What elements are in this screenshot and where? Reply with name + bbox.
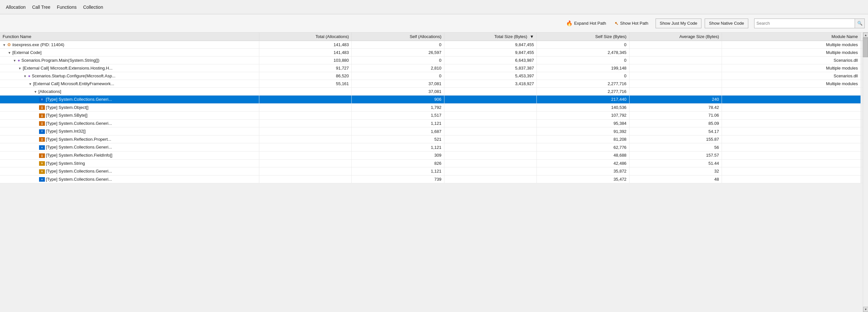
cell-total-size: 6,643,987 — [444, 57, 536, 64]
cell-self-alloc: 1,121 — [352, 167, 444, 175]
cell-function-name: ≡[Type] System.Collections.Generi... — [0, 143, 259, 151]
col-function-name[interactable]: Function Name — [0, 33, 259, 41]
cell-self-alloc: 37,081 — [352, 80, 444, 88]
cell-self-alloc: 826 — [352, 159, 444, 167]
cell-function-name: ▼●Scenarios.Program.Main(System.String[]… — [0, 57, 259, 64]
cell-module — [722, 159, 861, 167]
table-row[interactable]: [][Type] System.Collections.Generi... 1,… — [0, 119, 868, 128]
nav-collection[interactable]: Collection — [80, 3, 106, 11]
scrollbar-up-arrow[interactable]: ▲ — [863, 33, 868, 38]
cell-total-size — [444, 135, 536, 143]
cell-self-size: 140,536 — [537, 103, 629, 111]
expand-hot-path-button[interactable]: 🔥 Expand Hot Path — [565, 20, 608, 27]
cell-total-alloc — [259, 119, 351, 128]
cell-total-alloc: 141,483 — [259, 41, 351, 49]
table-row[interactable]: T[Type] System.Int32[] 1,687 91,392 54.1… — [0, 128, 868, 136]
cell-total-size: 5,837,387 — [444, 64, 536, 72]
table-row[interactable]: ▼●Scenarios.Program.Main(System.String[]… — [0, 57, 868, 64]
cell-self-size: 0 — [537, 41, 629, 49]
search-icon-button[interactable]: 🔍 — [855, 19, 864, 28]
cell-function-name: [][Type] System.Reflection.Propert... — [0, 135, 259, 143]
scrollbar-down-arrow[interactable]: ▼ — [863, 307, 868, 312]
cell-function-name: ▼[Allocations] — [0, 88, 259, 96]
cell-avg-size: 48 — [629, 175, 722, 183]
cell-function-name: ≡[Type] System.Collections.Generi... — [0, 175, 259, 183]
vertical-scrollbar[interactable]: ▲ ▼ — [863, 33, 868, 312]
cell-module: Multiple modules — [722, 80, 861, 88]
cell-avg-size — [629, 64, 722, 72]
cell-avg-size — [629, 88, 722, 96]
cell-self-alloc: 521 — [352, 135, 444, 143]
show-hot-path-label: Show Hot Path — [620, 21, 648, 26]
cell-self-size: 42,486 — [537, 159, 629, 167]
table-row[interactable]: ▼[Allocations] 37,081 2,277,716 — [0, 88, 868, 96]
nav-call-tree[interactable]: Call Tree — [29, 3, 54, 11]
table-row[interactable]: ▼[External Call] Microsoft.Extensions.Ho… — [0, 64, 868, 72]
col-total-size[interactable]: Total Size (Bytes) ▼ — [444, 33, 536, 41]
table-row[interactable]: [][Type] System.Reflection.Propert... 52… — [0, 135, 868, 143]
nav-allocation[interactable]: Allocation — [3, 3, 29, 11]
cell-function-name: S[Type] System.String — [0, 159, 259, 167]
table-row[interactable]: [][Type] System.Reflection.FieldInfo[] 3… — [0, 151, 868, 159]
cell-self-alloc: 309 — [352, 151, 444, 159]
cell-avg-size: 155.87 — [629, 135, 722, 143]
cell-total-size — [444, 88, 536, 96]
cell-module — [722, 167, 861, 175]
cell-total-alloc: 86,520 — [259, 72, 351, 80]
cell-self-alloc: 0 — [352, 72, 444, 80]
search-box: 🔍 — [754, 19, 865, 28]
cell-total-alloc — [259, 159, 351, 167]
cell-function-name: [][Type] System.Reflection.FieldInfo[] — [0, 151, 259, 159]
show-native-code-button[interactable]: Show Native Code — [705, 19, 748, 28]
cell-total-size — [444, 111, 536, 119]
cell-function-name: S[Type] System.Collections.Generi... — [0, 167, 259, 175]
table-row[interactable]: ≡[Type] System.Collections.Generi... 1,1… — [0, 143, 868, 151]
col-total-alloc[interactable]: Total (Allocations) — [259, 33, 351, 41]
cell-avg-size — [629, 80, 722, 88]
cell-self-size: 48,688 — [537, 151, 629, 159]
search-icon: 🔍 — [857, 21, 863, 26]
table-row[interactable]: [][Type] System.Object[] 1,792 140,536 7… — [0, 103, 868, 111]
cell-avg-size — [629, 49, 722, 57]
cell-total-size — [444, 167, 536, 175]
table-row[interactable]: S[Type] System.Collections.Generi... 1,1… — [0, 167, 868, 175]
cell-self-alloc: 1,121 — [352, 143, 444, 151]
col-avg-size[interactable]: Average Size (Bytes) — [629, 33, 722, 41]
cell-self-alloc: 0 — [352, 57, 444, 64]
table-row[interactable]: ▼⚙iisexpress.exe (PID: 11404) 141,483 0 … — [0, 41, 868, 49]
cell-self-alloc: 2,810 — [352, 64, 444, 72]
cell-function-name: ▼●Scenarios.Startup.Configure(Microsoft.… — [0, 72, 259, 80]
table-row[interactable]: S[Type] System.String 826 42,486 51.44 — [0, 159, 868, 167]
cell-module — [722, 143, 861, 151]
table-row[interactable]: ▼[External Code] 141,483 26,597 9,847,45… — [0, 49, 868, 57]
scrollbar-thumb[interactable] — [863, 38, 868, 57]
table-row[interactable]: [][Type] System.SByte[] 1,517 107,792 71… — [0, 111, 868, 119]
cell-self-alloc: 906 — [352, 96, 444, 104]
cell-function-name: ▼[External Call] Microsoft.EntityFramewo… — [0, 80, 259, 88]
cell-total-size — [444, 151, 536, 159]
show-hot-path-button[interactable]: ↖ Show Hot Path — [613, 20, 650, 27]
cell-total-alloc — [259, 175, 351, 183]
nav-functions[interactable]: Functions — [54, 3, 80, 11]
col-self-alloc[interactable]: Self (Allocations) — [352, 33, 444, 41]
search-input[interactable] — [754, 20, 855, 26]
cell-module — [722, 128, 861, 136]
col-self-size[interactable]: Self Size (Bytes) — [537, 33, 629, 41]
table-row[interactable]: ▼[External Call] Microsoft.EntityFramewo… — [0, 80, 868, 88]
table-wrapper: Function Name Total (Allocations) Self (… — [0, 33, 868, 312]
cell-total-alloc — [259, 96, 351, 104]
cell-total-alloc: 91,727 — [259, 64, 351, 72]
cell-function-name: [][Type] System.SByte[] — [0, 111, 259, 119]
cell-avg-size: 157.57 — [629, 151, 722, 159]
col-module-name[interactable]: Module Name — [722, 33, 861, 41]
cell-avg-size — [629, 41, 722, 49]
cell-total-alloc — [259, 143, 351, 151]
cell-self-size: 91,392 — [537, 128, 629, 136]
cell-module: Scenarios.dll — [722, 57, 861, 64]
cell-self-size: 107,792 — [537, 111, 629, 119]
show-just-my-code-button[interactable]: Show Just My Code — [656, 19, 702, 28]
table-row[interactable]: T[Type] System.Collections.Generi... 906… — [0, 96, 868, 104]
cell-self-alloc: 1,687 — [352, 128, 444, 136]
table-row[interactable]: ≡[Type] System.Collections.Generi... 739… — [0, 175, 868, 183]
table-row[interactable]: ▼●Scenarios.Startup.Configure(Microsoft.… — [0, 72, 868, 80]
